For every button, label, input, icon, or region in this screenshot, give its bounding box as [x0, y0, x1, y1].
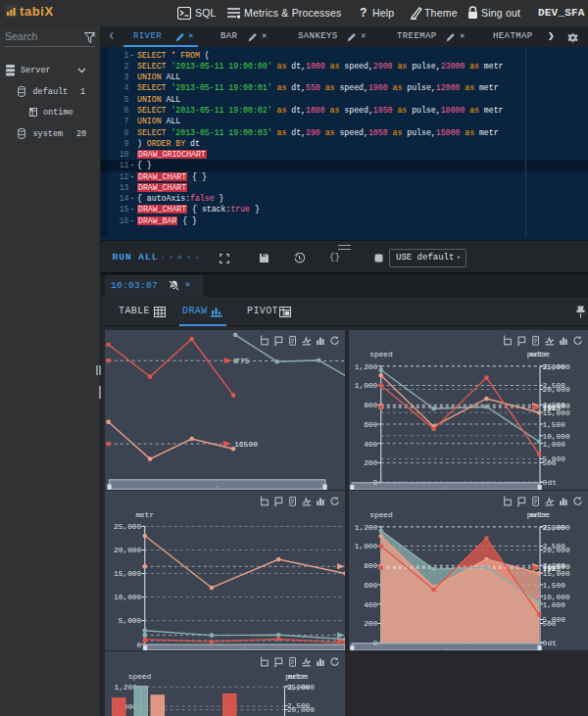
svg-text:2,500: 2,500 [543, 382, 566, 390]
svg-text:800: 800 [364, 562, 377, 570]
svg-text:metr: metr [529, 511, 548, 519]
svg-text:400: 400 [364, 601, 377, 609]
svg-text:10,000: 10,000 [114, 594, 141, 601]
svg-text:1925: 1925 [543, 405, 562, 412]
svg-text:20,000: 20,000 [287, 706, 315, 714]
svg-text:2,500: 2,500 [543, 543, 566, 550]
svg-text:dt: dt [548, 640, 557, 647]
svg-text:200: 200 [364, 620, 377, 628]
svg-text:15,000: 15,000 [114, 570, 141, 578]
svg-text:25,000: 25,000 [114, 523, 141, 531]
svg-text:500: 500 [543, 620, 557, 628]
svg-text:1,200: 1,200 [355, 363, 378, 371]
svg-text:speed: speed [369, 511, 392, 519]
svg-text:1,000: 1,000 [355, 382, 378, 390]
svg-text:1,000: 1,000 [543, 441, 566, 449]
svg-text:800: 800 [364, 402, 377, 409]
svg-text:400: 400 [364, 441, 377, 449]
svg-text:speed: speed [369, 351, 392, 358]
svg-text:20,000: 20,000 [114, 547, 141, 554]
svg-text:16500: 16500 [234, 440, 258, 449]
svg-text:500: 500 [543, 459, 557, 467]
svg-text:1,500: 1,500 [543, 582, 566, 590]
svg-text:3,000: 3,000 [543, 524, 566, 532]
svg-text:10,000: 10,000 [543, 594, 570, 601]
svg-text:speed: speed [128, 673, 151, 681]
svg-text:1,000: 1,000 [543, 601, 566, 609]
svg-text:1,200: 1,200 [355, 524, 378, 532]
svg-text:1,500: 1,500 [543, 421, 566, 429]
svg-text:dt: dt [548, 479, 557, 487]
svg-text:1925: 1925 [543, 565, 562, 573]
svg-text:200: 200 [364, 459, 377, 467]
svg-text:5,000: 5,000 [119, 617, 142, 625]
svg-text:metr: metr [529, 351, 548, 358]
svg-text:600: 600 [364, 582, 377, 590]
svg-text:3,000: 3,000 [543, 363, 566, 371]
svg-text:metr: metr [135, 511, 154, 519]
svg-text:0: 0 [137, 642, 142, 649]
svg-text:10,000: 10,000 [543, 433, 570, 441]
svg-text:1,000: 1,000 [355, 543, 378, 550]
svg-text:600: 600 [364, 421, 377, 429]
svg-text:3,000: 3,000 [287, 684, 311, 692]
svg-text:metr: metr [288, 673, 307, 681]
